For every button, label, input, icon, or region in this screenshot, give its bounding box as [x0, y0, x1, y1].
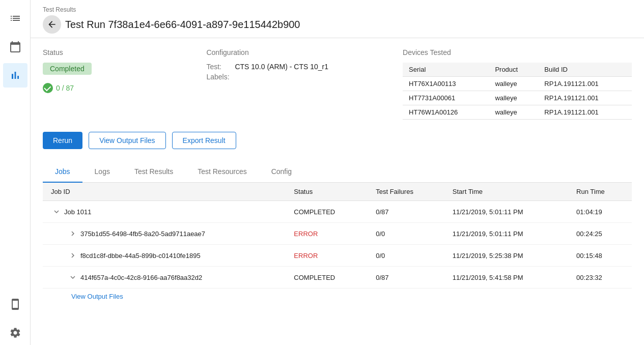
config-test-row: Test: CTS 10.0 (ARM) - CTS 10_r1	[206, 63, 403, 71]
table-row: HT76W1A00126walleyeRP1A.191121.001	[403, 105, 632, 120]
jobs-col-failures: Test Failures	[368, 183, 444, 201]
jobs-table-body: Job 1011COMPLETED0/8711/21/2019, 5:01:11…	[43, 201, 632, 289]
config-test-key: Test:	[206, 63, 231, 71]
view-output-button[interactable]: View Output Files	[89, 132, 165, 149]
jobs-col-runtime: Run Time	[568, 183, 632, 201]
back-button[interactable]	[43, 15, 61, 34]
table-row: Job 1011COMPLETED0/8711/21/2019, 5:01:11…	[43, 201, 632, 223]
config-title: Configuration	[206, 48, 403, 56]
table-row: HT76X1A00113walleyeRP1A.191121.001	[403, 77, 632, 91]
expand-button[interactable]	[67, 250, 78, 261]
check-circle-icon	[43, 83, 53, 93]
expand-button[interactable]	[67, 228, 78, 239]
expand-button[interactable]	[51, 206, 62, 217]
table-row: f8cd1c8f-dbbe-44a5-899b-c01410fe1895ERRO…	[43, 245, 632, 267]
devices-table: Serial Product Build ID HT76X1A00113wall…	[403, 63, 632, 120]
tab-jobs[interactable]: Jobs	[43, 161, 82, 183]
info-section: Status Completed 0 / 87 Configuration Te…	[43, 48, 632, 120]
jobs-col-id: Job ID	[43, 183, 286, 201]
main-content: Test Results Test Run 7f38a1e4-6e66-4091…	[31, 0, 644, 345]
header: Test Results Test Run 7f38a1e4-6e66-4091…	[31, 0, 644, 38]
view-output-files-link[interactable]: View Output Files	[43, 289, 632, 304]
export-result-button[interactable]: Export Result	[172, 132, 236, 149]
table-row: HT7731A00061walleyeRP1A.191121.001	[403, 91, 632, 105]
jobs-col-status: Status	[286, 183, 368, 201]
jobs-col-start: Start Time	[444, 183, 568, 201]
breadcrumb: Test Results	[43, 6, 632, 13]
sidebar-item-chart[interactable]	[3, 63, 27, 88]
jobs-table-header: Job ID Status Test Failures Start Time R…	[43, 183, 632, 201]
table-row: 375b1d55-6498-4fb5-8a20-5ad9711aeae7ERRO…	[43, 223, 632, 245]
jobs-table: Job ID Status Test Failures Start Time R…	[43, 183, 632, 289]
rerun-button[interactable]: Rerun	[43, 132, 82, 149]
tab-test-resources[interactable]: Test Resources	[185, 161, 259, 183]
config-test-value: CTS 10.0 (ARM) - CTS 10_r1	[235, 63, 328, 71]
devices-table-header: Serial Product Build ID	[403, 63, 632, 77]
devices-col-product: Product	[489, 63, 538, 77]
config-labels-key: Labels:	[206, 73, 231, 81]
sidebar-item-settings[interactable]	[3, 321, 27, 345]
devices-title: Devices Tested	[403, 48, 632, 56]
status-badge: Completed	[43, 63, 92, 75]
pass-count: 0 / 87	[56, 84, 74, 92]
sidebar	[0, 0, 31, 345]
devices-table-body: HT76X1A00113walleyeRP1A.191121.001HT7731…	[403, 77, 632, 120]
devices-block: Devices Tested Serial Product Build ID H…	[403, 48, 632, 120]
sidebar-item-phone[interactable]	[3, 292, 27, 317]
tab-logs[interactable]: Logs	[82, 161, 122, 183]
table-row: 414f657a-4c0c-42c8-9166-aa76f8aa32d2COMP…	[43, 267, 632, 289]
page-title: Test Run 7f38a1e4-6e66-4091-a897-9e11544…	[65, 19, 300, 31]
tabs: Jobs Logs Test Results Test Resources Co…	[43, 161, 632, 183]
header-title-row: Test Run 7f38a1e4-6e66-4091-a897-9e11544…	[43, 15, 632, 34]
tab-test-results[interactable]: Test Results	[122, 161, 185, 183]
pass-indicator: 0 / 87	[43, 83, 206, 93]
config-labels-row: Labels:	[206, 73, 403, 81]
sidebar-item-calendar[interactable]	[3, 35, 27, 59]
status-block: Status Completed 0 / 87	[43, 48, 206, 120]
tab-config[interactable]: Config	[259, 161, 304, 183]
config-block: Configuration Test: CTS 10.0 (ARM) - CTS…	[206, 48, 403, 120]
action-buttons: Rerun View Output Files Export Result	[43, 132, 632, 149]
expand-button[interactable]	[67, 272, 78, 283]
status-title: Status	[43, 48, 206, 56]
devices-col-serial: Serial	[403, 63, 489, 77]
devices-col-build: Build ID	[538, 63, 632, 77]
content-area: Status Completed 0 / 87 Configuration Te…	[31, 38, 644, 345]
sidebar-item-list[interactable]	[3, 6, 27, 31]
